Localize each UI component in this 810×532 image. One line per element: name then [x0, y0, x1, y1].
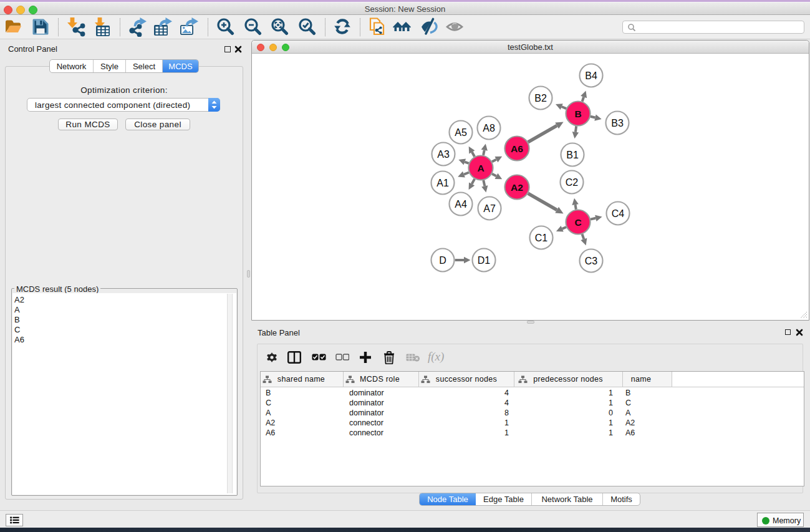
svg-text:A6: A6: [511, 143, 523, 154]
svg-text:C4: C4: [612, 208, 625, 219]
svg-text:C1: C1: [535, 233, 548, 243]
svg-text:A3: A3: [437, 149, 450, 160]
svg-text:B2: B2: [534, 93, 547, 104]
svg-text:A5: A5: [455, 127, 467, 138]
svg-text:B: B: [574, 109, 581, 119]
svg-text:A4: A4: [455, 199, 467, 210]
svg-text:A2: A2: [511, 182, 523, 193]
svg-text:A: A: [477, 163, 484, 173]
svg-text:C: C: [574, 217, 581, 228]
svg-text:A7: A7: [483, 203, 496, 214]
svg-text:D: D: [439, 255, 446, 266]
svg-text:D1: D1: [478, 255, 491, 266]
svg-text:C2: C2: [566, 177, 579, 188]
svg-text:C3: C3: [585, 256, 598, 266]
svg-text:A8: A8: [483, 123, 495, 133]
svg-text:A1: A1: [436, 178, 449, 188]
svg-text:B1: B1: [566, 150, 579, 160]
svg-text:B4: B4: [585, 70, 597, 81]
svg-text:B3: B3: [611, 118, 624, 128]
